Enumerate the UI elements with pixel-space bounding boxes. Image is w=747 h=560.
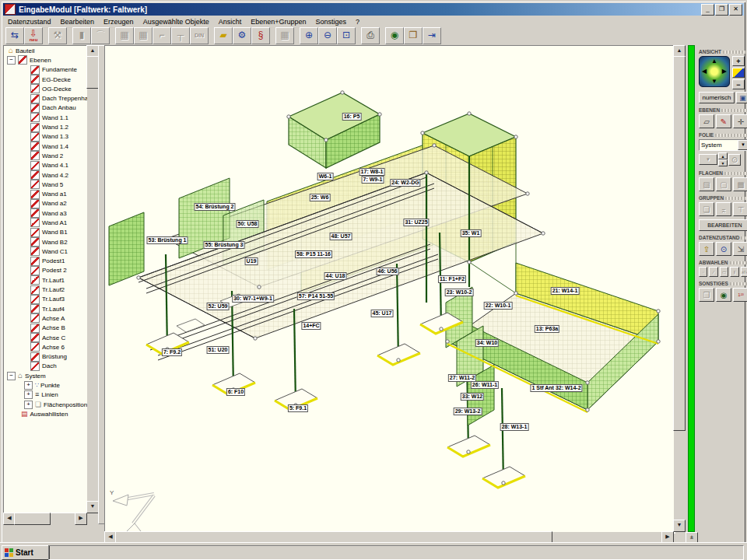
oeffnen-button[interactable]: ▰ [214,27,233,44]
gruppe-heben-button[interactable]: ⌅ [716,202,731,216]
abwahl-flaeche-button[interactable]: ▭ [720,267,728,277]
nummern-anzeigen-button[interactable]: 1²³ [733,288,747,302]
tree-horizontal-scrollbar[interactable]: ◀ ▶ [3,513,87,524]
beenden-button[interactable]: ⇥ [423,27,441,44]
abwahl-linie-button[interactable]: ∕ [709,267,717,277]
tree-item-dach-treppenha[interactable]: Dach Treppenha [4,93,88,103]
start-button[interactable]: Start [2,545,50,560]
save-view-icon[interactable]: ▣ [736,92,747,103]
tree-scroll-right-icon[interactable]: ▶ [75,513,87,525]
zoom-in-button[interactable]: ⊕ [300,27,318,44]
tree-item-tr-lauf3[interactable]: Tr.Lauf3 [4,295,88,304]
view-scroll-down-icon[interactable]: ▼ [673,520,686,532]
collapse-icon[interactable]: − [7,372,16,380]
tree-item-podest-2[interactable]: Podest 2 [4,266,88,275]
abwahl-punkt-button[interactable]: ◦ [699,267,707,277]
kopieren-button[interactable]: ❐ [699,288,714,302]
menu-datenzustand[interactable]: Datenzustand [3,17,56,26]
tree-item-wand-1-3[interactable]: Wand 1.3 [4,132,88,142]
maximize-button[interactable]: ❐ [715,4,728,16]
drucken-button[interactable]: ⎙ [361,27,380,44]
tree-item-podest1[interactable]: Podest1 [4,257,88,266]
gruppen-bearbeiten-button[interactable]: BEARBEITEN [699,219,747,231]
tree-item-wand-c1[interactable]: Wand C1 [4,247,88,256]
tree-item-dach-anbau[interactable]: Dach Anbau [4,103,88,113]
flaeche-kontur-button[interactable]: ▢ [716,177,731,191]
menu--[interactable]: ? [351,17,364,26]
folie-search-icon[interactable]: ⊙ [728,154,741,166]
tree-item-wand-4-1[interactable]: Wand 4.1 [4,161,88,170]
tree-item-achse-b[interactable]: Achse B [4,324,88,333]
tree-item-achse-a[interactable]: Achse A [4,313,88,323]
abwahl-gruppe-button[interactable]: ‖ [730,267,738,277]
tree-item-wand-1-1[interactable]: Wand 1.1 [4,113,88,122]
t-traeger-button[interactable]: ┬ [171,27,190,44]
tree-item-wand-4-2[interactable]: Wand 4.2 [4,170,88,180]
zoom-in-view-button[interactable]: + [732,56,745,66]
datenzustand-wechseln-button[interactable]: ⇆ [5,27,24,44]
contrast-icon[interactable] [732,68,745,78]
folie-sub-dropdown[interactable]: ▼ [699,154,717,165]
tree-item-wand-a1[interactable]: Wand a1 [4,189,88,198]
view-vscroll-thumb[interactable] [673,56,686,431]
tree-item-achse-c[interactable]: Achse C [4,333,88,342]
menu-ebenen-gruppen[interactable]: Ebenen+Gruppen [246,17,310,26]
ebene-anzeigen-button[interactable]: ▱ [699,114,714,128]
tree-scroll-down-icon[interactable]: ▼ [86,501,99,513]
zoom-fenster-button[interactable]: ⊡ [337,27,356,44]
gruppe-profil-button[interactable]: ⊤ [733,202,747,216]
tree-item-achse-6[interactable]: Achse 6 [4,342,88,352]
tree-item-linien[interactable]: +≡Linien [4,390,88,400]
expand-icon[interactable]: + [24,401,33,409]
normen-pruefen-button[interactable]: § [251,27,270,44]
numeric-view-button[interactable]: numerisch [699,92,735,103]
rotate-up-icon[interactable]: ▲ [711,58,717,65]
ansicht-wechsel-button[interactable]: ◉ [716,288,731,302]
tree-item-wand-5[interactable]: Wand 5 [4,180,88,189]
collapse-icon[interactable]: − [7,56,16,65]
folie-spin-up-icon[interactable]: ▲ [718,152,728,159]
tree-item-tr-lauf1[interactable]: Tr.Lauf1 [4,275,88,285]
view-horizontal-scrollbar[interactable]: ◀ ▶ [104,532,674,543]
zoom-out-button[interactable]: ⊖ [318,27,337,44]
tree-item-wand-a2[interactable]: Wand a2 [4,199,88,208]
menu-sonstiges[interactable]: Sonstiges [311,17,352,26]
neu-button[interactable]: ⇩neu [24,27,43,44]
tree-item-wand-b2[interactable]: Wand B2 [4,237,88,247]
minimize-button[interactable]: _ [701,4,714,16]
rotate-down-icon[interactable]: ▼ [711,79,717,85]
tree-vertical-scrollbar[interactable]: ▲ ▼ [87,45,98,513]
model-viewport[interactable]: Y X 16: P5W6-117: W8-17: W9-124: W2-DG25… [104,45,675,534]
menu-erzeugen[interactable]: Erzeugen [99,17,139,26]
folie-select[interactable]: System ▼ [699,139,747,151]
handbuch-button[interactable]: ❐ [404,27,423,44]
sichern-button[interactable]: ⇲ [733,242,747,256]
chevron-down-icon[interactable]: ▼ [738,140,747,150]
close-button[interactable]: ✕ [729,4,742,16]
tree-item-wand-a1[interactable]: Wand A1 [4,218,88,227]
tree-item-brüstung[interactable]: Brüstung [4,352,88,362]
view-vertical-scrollbar[interactable]: ▲ ▼ [674,45,685,532]
din-button[interactable]: DIN [190,27,209,44]
zoom-out-view-button[interactable]: − [732,79,745,89]
ansicht-button[interactable]: ◉ [385,27,404,44]
tree-item-wand-1-2[interactable]: Wand 1.2 [4,122,88,131]
raster-button[interactable]: ▦ [115,27,134,44]
tree-item-wand-1-4[interactable]: Wand 1.4 [4,142,88,151]
tree-item-og-decke[interactable]: OG-Decke [4,84,88,93]
einlesen-button[interactable]: ⇪ [699,242,714,256]
netz-button[interactable]: ▦ [275,27,294,44]
flaeche-schraffur-button[interactable]: ▨ [699,177,714,191]
tree-item-dach[interactable]: Dach [4,362,88,371]
tree-item-punkte[interactable]: +∵Punkte [4,380,88,390]
tree-hscroll-thumb[interactable] [14,513,51,525]
tree-item-fundamente[interactable]: Fundamente [4,65,88,75]
unterzug-button[interactable]: ⌐ [153,27,171,44]
tree-item-auswahllisten[interactable]: ▤Auswahllisten [4,409,88,418]
pruefen-button[interactable]: ⊙ [716,242,731,256]
tree-item-bauteil[interactable]: ⌂Bauteil [4,46,88,55]
bogen-button[interactable]: ⌒ [91,27,110,44]
expand-icon[interactable]: + [24,381,33,390]
tree-item-tr-lauf2[interactable]: Tr.Lauf2 [4,285,88,294]
ebene-achsen-button[interactable]: ✛ [733,114,747,128]
